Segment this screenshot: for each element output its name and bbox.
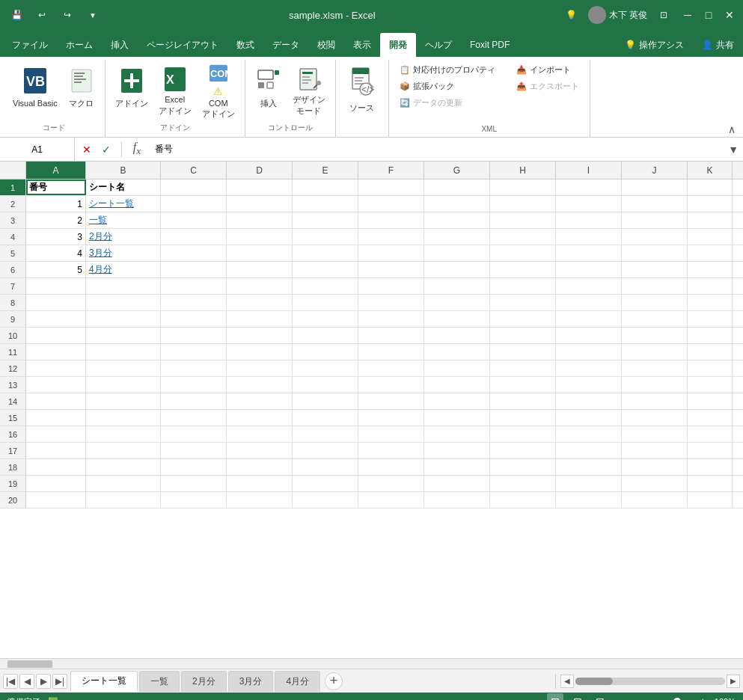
cell-F1[interactable]	[358, 179, 424, 195]
source-button[interactable]: </> ソース	[342, 61, 382, 118]
visual-basic-button[interactable]: VB Visual Basic	[9, 61, 61, 118]
minimize-button[interactable]: ─	[680, 7, 695, 22]
cell-E6[interactable]	[293, 262, 358, 277]
page-layout-view-button[interactable]: ⊡	[569, 693, 586, 700]
cell-D1[interactable]	[227, 179, 293, 195]
addin-button[interactable]: アドイン	[111, 61, 152, 118]
cell-C1[interactable]	[161, 179, 227, 195]
cell-G3[interactable]	[424, 212, 490, 228]
cell-C2[interactable]	[161, 196, 227, 212]
cell-G1[interactable]	[424, 179, 490, 195]
sheet-nav-last-button[interactable]: ▶|	[52, 674, 67, 689]
xml-refresh-button[interactable]: 🔄 データの更新	[395, 96, 500, 110]
cancel-formula-icon[interactable]: ✕	[79, 144, 94, 156]
ribbon-collapse-button[interactable]: ∧	[724, 122, 740, 137]
col-header-F[interactable]: F	[358, 162, 424, 179]
cell-E3[interactable]	[293, 212, 358, 228]
undo-icon[interactable]: ↩	[31, 4, 52, 25]
excel-addin-button[interactable]: X Excel アドイン	[155, 61, 195, 118]
com-addin-button[interactable]: COM ⚠ COM アドイン	[198, 61, 239, 118]
cell-D4[interactable]	[227, 229, 293, 245]
cell-J5[interactable]	[622, 245, 688, 261]
cell-B3[interactable]: 一覧	[86, 212, 161, 228]
cell-D5[interactable]	[227, 245, 293, 261]
horizontal-scrollbar[interactable]	[0, 658, 743, 669]
cell-I1[interactable]	[556, 179, 622, 195]
tab-share[interactable]: 👤 共有	[693, 33, 743, 57]
cell-A1[interactable]: 番号	[26, 179, 86, 195]
col-header-B[interactable]: B	[86, 162, 161, 179]
cell-B5[interactable]: 3月分	[86, 245, 161, 261]
sheet-tab-ichiran[interactable]: 一覧	[139, 671, 180, 692]
sheet-nav-prev-button[interactable]: ◀	[19, 674, 34, 689]
cell-E4[interactable]	[293, 229, 358, 245]
cell-J1[interactable]	[622, 179, 688, 195]
insert-control-button[interactable]: 挿入	[251, 61, 286, 118]
tab-file[interactable]: ファイル	[3, 33, 57, 57]
col-header-E[interactable]: E	[293, 162, 358, 179]
cell-J6[interactable]	[622, 262, 688, 277]
lightbulb-icon[interactable]: 💡	[561, 4, 582, 25]
tab-help[interactable]: ヘルプ	[416, 33, 461, 57]
sheet-scroll-left-button[interactable]: ◀	[560, 675, 574, 688]
col-header-A[interactable]: A	[26, 162, 86, 179]
row-num-4[interactable]: 4	[0, 229, 26, 245]
col-header-D[interactable]: D	[227, 162, 293, 179]
cell-H5[interactable]	[490, 245, 556, 261]
cell-I6[interactable]	[556, 262, 622, 277]
cell-K3[interactable]	[688, 212, 733, 228]
tab-operate-assist[interactable]: 💡 操作アシス	[616, 33, 693, 57]
cell-G4[interactable]	[424, 229, 490, 245]
cell-C3[interactable]	[161, 212, 227, 228]
sheet-nav-first-button[interactable]: |◀	[3, 674, 18, 689]
cell-I5[interactable]	[556, 245, 622, 261]
cell-I3[interactable]	[556, 212, 622, 228]
cell-H2[interactable]	[490, 196, 556, 212]
restore-down-icon[interactable]: ⊡	[653, 4, 674, 25]
grid-container[interactable]: 1 番号 シート名 2 1 シート一覧	[0, 179, 743, 658]
tab-review[interactable]: 校閲	[308, 33, 344, 57]
cell-G6[interactable]	[424, 262, 490, 277]
sheet-tab-mar[interactable]: 3月分	[228, 671, 274, 692]
col-header-K[interactable]: K	[688, 162, 733, 179]
row-num-1[interactable]: 1	[0, 179, 26, 195]
sheet-tab-apr[interactable]: 4月分	[275, 671, 320, 692]
sheet-tab-feb[interactable]: 2月分	[181, 671, 227, 692]
function-icon[interactable]: fx	[129, 141, 144, 157]
col-header-G[interactable]: G	[424, 162, 490, 179]
cell-H6[interactable]	[490, 262, 556, 277]
qs-dropdown-icon[interactable]: ▼	[82, 4, 103, 25]
col-header-C[interactable]: C	[161, 162, 227, 179]
maximize-button[interactable]: □	[701, 7, 716, 22]
cell-E2[interactable]	[293, 196, 358, 212]
col-header-H[interactable]: H	[490, 162, 556, 179]
tab-page-layout[interactable]: ページレイアウト	[138, 33, 227, 57]
cell-C6[interactable]	[161, 262, 227, 277]
page-break-view-button[interactable]: ⊟	[592, 693, 608, 700]
cell-F3[interactable]	[358, 212, 424, 228]
cell-F2[interactable]	[358, 196, 424, 212]
col-header-J[interactable]: J	[622, 162, 688, 179]
cell-A3[interactable]: 2	[26, 212, 86, 228]
h-scroll-thumb[interactable]	[7, 660, 52, 668]
row-num-2[interactable]: 2	[0, 196, 26, 212]
cell-G5[interactable]	[424, 245, 490, 261]
cell-K1[interactable]	[688, 179, 733, 195]
cell-E1[interactable]	[293, 179, 358, 195]
row-num-5[interactable]: 5	[0, 245, 26, 261]
cell-E5[interactable]	[293, 245, 358, 261]
tab-insert[interactable]: 挿入	[102, 33, 138, 57]
xml-properties-button[interactable]: 📋 対応付けのプロパティ	[395, 63, 500, 77]
cell-B1[interactable]: シート名	[86, 179, 161, 195]
normal-view-button[interactable]: ⊞	[547, 693, 563, 700]
sheet-scroll-right-button[interactable]: ▶	[727, 675, 740, 688]
row-num-6[interactable]: 6	[0, 262, 26, 277]
cell-A2[interactable]: 1	[26, 196, 86, 212]
tab-formula[interactable]: 数式	[227, 33, 263, 57]
cell-F6[interactable]	[358, 262, 424, 277]
close-button[interactable]: ✕	[722, 7, 737, 22]
cell-A4[interactable]: 3	[26, 229, 86, 245]
col-header-I[interactable]: I	[556, 162, 622, 179]
zoom-plus-button[interactable]: +	[700, 696, 706, 700]
cell-I4[interactable]	[556, 229, 622, 245]
